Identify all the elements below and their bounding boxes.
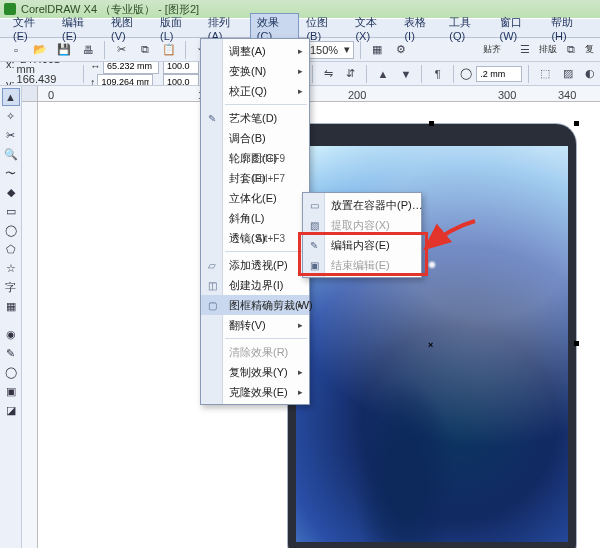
menu-item-label: 结束编辑(E): [331, 258, 390, 273]
shape-tool-icon[interactable]: ✧: [2, 107, 20, 125]
dup-label[interactable]: 复: [585, 43, 594, 56]
menu-bar: 文件(E)编辑(E)视图(V)版面(L)排列(A)效果(C)位图(B)文本(X)…: [0, 18, 600, 38]
width-field[interactable]: [103, 62, 159, 74]
basicshapes-tool-icon[interactable]: ☆: [2, 259, 20, 277]
ruler-horizontal: 0100200300340: [38, 86, 600, 102]
menu-item-icon: ◫: [204, 277, 220, 293]
menu-item-icon: ✎: [204, 110, 220, 126]
menu-item[interactable]: ▱添加透视(P): [201, 255, 309, 275]
menu-item[interactable]: 轮廓图(C)Ctrl+F9: [201, 148, 309, 168]
menu-item[interactable]: 克隆效果(E): [201, 382, 309, 402]
submenu-item: ▣结束编辑(E): [303, 255, 421, 275]
outline-width-field[interactable]: [476, 66, 522, 82]
tofront-icon[interactable]: ▲: [373, 64, 392, 84]
powerclip-submenu: ▭放置在容器中(P)…▧提取内容(X)✎编辑内容(E)▣结束编辑(E): [302, 192, 422, 278]
eyedropper-tool-icon[interactable]: ✎: [2, 344, 20, 362]
cut-icon[interactable]: ✂: [111, 40, 131, 60]
menu-item-label: 翻转(V): [229, 318, 266, 333]
crop-tool-icon[interactable]: ✂: [2, 126, 20, 144]
smartfill-tool-icon[interactable]: ◆: [2, 183, 20, 201]
menu-item-label: 提取内容(X): [331, 218, 390, 233]
open-icon[interactable]: 📂: [30, 40, 50, 60]
effects-menu: 调整(A)变换(N)校正(Q)✎艺术笔(D)调合(B)轮廓图(C)Ctrl+F9…: [200, 38, 310, 405]
edit-bmp-icon[interactable]: ▨: [558, 64, 577, 84]
submenu-item: ▧提取内容(X): [303, 215, 421, 235]
new-icon[interactable]: ▫: [6, 40, 26, 60]
fill-tool-icon[interactable]: ▣: [2, 382, 20, 400]
convert-icon[interactable]: ⬚: [535, 64, 554, 84]
rectangle-tool-icon[interactable]: ▭: [2, 202, 20, 220]
save-icon[interactable]: 💾: [54, 40, 74, 60]
mirror-h-icon[interactable]: ⇋: [319, 64, 338, 84]
options-icon[interactable]: ⚙: [391, 40, 411, 60]
scale-y-field[interactable]: [163, 74, 199, 87]
menu-item[interactable]: 校正(Q): [201, 81, 309, 101]
interactive-fill-icon[interactable]: ◪: [2, 401, 20, 419]
menu-item[interactable]: ✎艺术笔(D): [201, 108, 309, 128]
menu-item[interactable]: 翻转(V): [201, 315, 309, 335]
print-icon[interactable]: 🖶: [78, 40, 98, 60]
menu-item[interactable]: 变换(N): [201, 61, 309, 81]
snap-label[interactable]: 贴齐: [483, 43, 501, 56]
size-readout: ↔ ↕: [90, 62, 159, 86]
pick-tool-icon[interactable]: ▲: [2, 88, 20, 106]
menu-item-label: 变换(N): [229, 64, 266, 79]
submenu-item[interactable]: ▭放置在容器中(P)…: [303, 195, 421, 215]
menu-item-shortcut: Ctrl+F7: [252, 173, 285, 184]
phone-mockup[interactable]: ×: [288, 124, 576, 548]
menu-item-label: 校正(Q): [229, 84, 267, 99]
snap-icon[interactable]: ▦: [367, 40, 387, 60]
menu-item-label: 图框精确剪裁(W): [229, 298, 313, 313]
zoom-value: 150%: [310, 44, 338, 56]
dropdown-icon: ▾: [344, 43, 350, 56]
toback-icon[interactable]: ▼: [396, 64, 415, 84]
ellipse-tool-icon[interactable]: ◯: [2, 221, 20, 239]
layout-label[interactable]: 排版: [539, 43, 557, 56]
menu-item[interactable]: 调整(A): [201, 41, 309, 61]
x-value: -247.661 mm: [17, 62, 77, 74]
menu-item[interactable]: 斜角(L): [201, 208, 309, 228]
menu-item-label: 清除效果(R): [229, 345, 288, 360]
menu-item-icon: ▣: [306, 257, 322, 273]
blend-tool-icon[interactable]: ◉: [2, 325, 20, 343]
selection-center-icon: ×: [428, 340, 433, 350]
outline-tool-icon[interactable]: ◯: [2, 363, 20, 381]
y-value: 166.439 mm: [17, 74, 77, 87]
menu-item-icon: ▧: [306, 217, 322, 233]
annotation-arrow-icon: [420, 218, 480, 258]
freehand-tool-icon[interactable]: 〜: [2, 164, 20, 182]
menu-item-icon: ▢: [204, 297, 220, 313]
drawing-canvas[interactable]: ×: [38, 102, 600, 548]
menu-item[interactable]: 工具(Q): [442, 13, 492, 44]
table-tool-icon[interactable]: ▦: [2, 297, 20, 315]
menu-item: 清除效果(R): [201, 342, 309, 362]
ruler-vertical: [22, 102, 38, 548]
menu-item[interactable]: 立体化(E): [201, 188, 309, 208]
polygon-tool-icon[interactable]: ⬠: [2, 240, 20, 258]
menu-item-icon: ✎: [306, 237, 322, 253]
menu-item-label: 斜角(L): [229, 211, 264, 226]
menu-item[interactable]: 复制效果(Y): [201, 362, 309, 382]
menu-item[interactable]: 透镜(S)Alt+F3: [201, 228, 309, 248]
menu-item[interactable]: ▢图框精确剪裁(W): [201, 295, 309, 315]
zoom-level[interactable]: 150%▾: [306, 41, 354, 59]
zoom-tool-icon[interactable]: 🔍: [2, 145, 20, 163]
mirror-v-icon[interactable]: ⇵: [342, 64, 361, 84]
layout-btn[interactable]: ☰: [515, 40, 535, 60]
trace-icon[interactable]: ◐: [581, 64, 600, 84]
paste-icon[interactable]: 📋: [159, 40, 179, 60]
menu-item-label: 添加透视(P): [229, 258, 288, 273]
menu-item-shortcut: Alt+F3: [256, 233, 285, 244]
copy-icon[interactable]: ⧉: [135, 40, 155, 60]
coord-readout: x:-247.661 mm y:166.439 mm: [6, 62, 77, 86]
menu-item[interactable]: 调合(B): [201, 128, 309, 148]
menu-item[interactable]: 封套(E)Ctrl+F7: [201, 168, 309, 188]
text-tool-icon[interactable]: 字: [2, 278, 20, 296]
wrap-icon[interactable]: ¶: [428, 64, 447, 84]
height-field[interactable]: [97, 74, 153, 87]
menu-item-label: 调整(A): [229, 44, 266, 59]
dup-btn[interactable]: ⧉: [561, 40, 581, 60]
submenu-item[interactable]: ✎编辑内容(E): [303, 235, 421, 255]
menu-item[interactable]: ◫创建边界(I): [201, 275, 309, 295]
scale-x-field[interactable]: [163, 62, 199, 74]
